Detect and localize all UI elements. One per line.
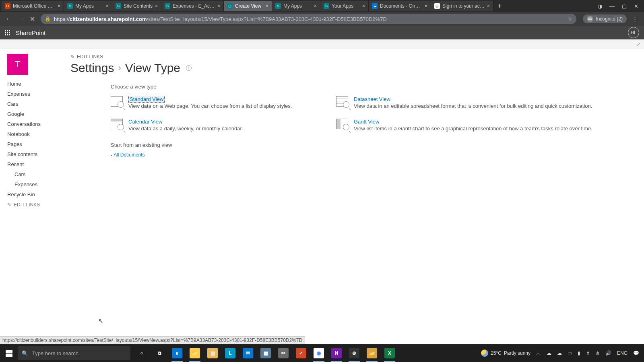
breadcrumb-current: View Type: [125, 61, 180, 75]
ql-recent-cars[interactable]: Cars: [7, 169, 70, 179]
calendar-view-desc: View data as a daily, weekly, or monthly…: [128, 125, 243, 132]
quick-launch: Home Expenses Cars Google Conversations …: [7, 79, 70, 200]
help-icon[interactable]: i: [186, 65, 192, 71]
ql-recent-expenses[interactable]: Expenses: [7, 179, 70, 189]
tray-meet-now-icon[interactable]: ▭: [568, 350, 572, 356]
ql-home[interactable]: Home: [7, 79, 70, 89]
suite-bar: SharePoint HL: [0, 26, 644, 39]
datasheet-view-link[interactable]: Datasheet View: [354, 96, 390, 102]
standard-view-link[interactable]: Standard View: [128, 96, 165, 103]
datasheet-view-desc: View data in an editable spreadsheet for…: [354, 103, 592, 109]
tray-notifications-icon[interactable]: 💬: [633, 350, 639, 356]
tb-excel[interactable]: X: [382, 344, 398, 362]
windows-logo-icon: [6, 350, 12, 357]
tb-cortana[interactable]: ○: [134, 344, 150, 362]
product-name[interactable]: SharePoint: [16, 29, 45, 36]
breadcrumb-separator: ›: [118, 63, 121, 73]
tb-app-5[interactable]: ▥: [204, 344, 221, 362]
tb-mail[interactable]: ✉: [240, 344, 256, 362]
close-icon[interactable]: ×: [58, 3, 60, 9]
close-icon[interactable]: ×: [362, 3, 365, 9]
start-button[interactable]: [0, 344, 18, 362]
site-logo[interactable]: T: [7, 54, 28, 75]
tb-obs[interactable]: ⊚: [346, 344, 362, 362]
close-icon[interactable]: ×: [155, 3, 158, 9]
tabs-row: OMicrosoft Office Home× SMy Apps× SSite …: [2, 1, 594, 11]
taskbar-search-input[interactable]: 🔍 Type here to search: [18, 346, 130, 360]
close-icon[interactable]: ×: [314, 3, 317, 9]
tb-app-9[interactable]: ✂: [275, 344, 291, 362]
tray-wifi-icon[interactable]: ⋔: [586, 350, 590, 356]
tb-edge[interactable]: e: [169, 344, 185, 362]
tray-onedrive-icon[interactable]: ☁: [547, 350, 551, 356]
app-launcher-icon[interactable]: [5, 30, 10, 35]
gantt-view-link[interactable]: Gantt View: [354, 119, 379, 125]
tab-site-contents[interactable]: SSite Contents×: [112, 1, 161, 11]
tray-volume-icon[interactable]: 🔊: [605, 350, 611, 356]
tray-wifi-icon-2[interactable]: ⋔: [596, 350, 600, 356]
tb-explorer[interactable]: 📁: [187, 344, 203, 362]
calendar-view-link[interactable]: Calendar View: [128, 119, 162, 125]
minimize-button[interactable]: —: [609, 3, 615, 9]
ql-recent[interactable]: Recent: [7, 159, 70, 169]
tray-battery-icon[interactable]: ▮: [578, 350, 580, 356]
status-bar-url: https://citizenbuilders.sharepoint.com/s…: [0, 336, 305, 344]
calendar-view-icon: [111, 119, 123, 129]
forward-button[interactable]: →: [18, 15, 24, 23]
user-avatar[interactable]: HL: [628, 27, 639, 38]
tb-app-8[interactable]: ▦: [258, 344, 274, 362]
gantt-view-desc: View list items in a Gantt chart to see …: [354, 125, 592, 132]
edit-links-bottom[interactable]: ✎ EDIT LINKS: [7, 202, 70, 208]
lock-icon: 🔒: [45, 16, 51, 22]
tb-task-view[interactable]: ⧉: [151, 344, 167, 362]
ql-expenses[interactable]: Expenses: [7, 89, 70, 99]
ql-notebook[interactable]: Notebook: [7, 129, 70, 139]
tb-chrome[interactable]: ◉: [311, 344, 327, 362]
system-tray: 25°C Partly sunny ︿ ☁ ☁ ▭ ▮ ⋔ ⋔ 🔊 ENG 💬: [476, 350, 644, 357]
ql-cars[interactable]: Cars: [7, 99, 70, 109]
tray-chevron-up-icon[interactable]: ︿: [536, 350, 541, 357]
tray-onedrive-icon-2[interactable]: ☁: [557, 350, 562, 356]
incognito-badge[interactable]: 🕶 Incognito (2): [583, 14, 627, 23]
close-window-button[interactable]: ✕: [634, 3, 638, 9]
stop-reload-button[interactable]: ✕: [30, 15, 35, 23]
tb-app-6[interactable]: L: [222, 344, 238, 362]
breadcrumb-settings[interactable]: Settings: [70, 61, 114, 75]
close-icon[interactable]: ×: [487, 3, 490, 9]
tb-onenote[interactable]: N: [328, 344, 345, 362]
ql-recycle-bin[interactable]: Recycle Bin: [7, 189, 70, 200]
star-bookmark-icon[interactable]: ☆: [568, 16, 572, 22]
close-icon[interactable]: ×: [217, 3, 220, 9]
maximize-button[interactable]: ▢: [622, 3, 627, 9]
tab-create-view[interactable]: ◌Create View×: [224, 1, 272, 11]
tab-your-apps[interactable]: SYour Apps×: [320, 1, 369, 11]
existing-view-all-documents[interactable]: ▪All Documents: [111, 152, 636, 158]
ql-pages[interactable]: Pages: [7, 139, 70, 149]
tab-sign-in[interactable]: ⊞Sign in to your accoun…×: [431, 1, 493, 11]
close-icon[interactable]: ×: [106, 3, 109, 9]
ql-conversations[interactable]: Conversations: [7, 119, 70, 129]
tb-app-14[interactable]: 📂: [364, 344, 380, 362]
tab-my-apps-1[interactable]: SMy Apps×: [64, 1, 112, 11]
weather-widget[interactable]: 25°C Partly sunny: [481, 350, 530, 357]
focus-content-icon[interactable]: ⤢: [636, 41, 641, 47]
tab-office-home[interactable]: OMicrosoft Office Home×: [2, 1, 64, 11]
tb-todoist[interactable]: ✓: [293, 344, 309, 362]
mouse-cursor-icon: ↖: [98, 317, 103, 325]
tab-my-apps-2[interactable]: SMy Apps×: [272, 1, 320, 11]
tab-onedrive[interactable]: ☁Documents - OneDriv…×: [369, 1, 431, 11]
tray-language[interactable]: ENG: [617, 350, 627, 356]
edit-links-top[interactable]: ✎ EDIT LINKS: [70, 54, 636, 60]
url-input[interactable]: 🔒 https://citizenbuilders.sharepoint.com…: [41, 14, 576, 24]
standard-view-desc: View data on a Web page. You can choose …: [128, 103, 292, 109]
close-icon[interactable]: ×: [266, 3, 268, 9]
ql-google[interactable]: Google: [7, 109, 70, 119]
taskbar-apps: ○ ⧉ e 📁 ▥ L ✉ ▦ ✂ ✓ ◉ N ⊚ 📂 X: [134, 344, 398, 362]
chrome-menu-button[interactable]: ⋮: [632, 16, 638, 22]
close-icon[interactable]: ×: [425, 3, 427, 9]
new-tab-button[interactable]: +: [493, 2, 506, 10]
ql-site-contents[interactable]: Site contents: [7, 149, 70, 159]
back-button[interactable]: ←: [6, 15, 12, 23]
tab-expenses[interactable]: SExpenses - E_Account…×: [161, 1, 224, 11]
datasheet-view-icon: [336, 96, 348, 107]
